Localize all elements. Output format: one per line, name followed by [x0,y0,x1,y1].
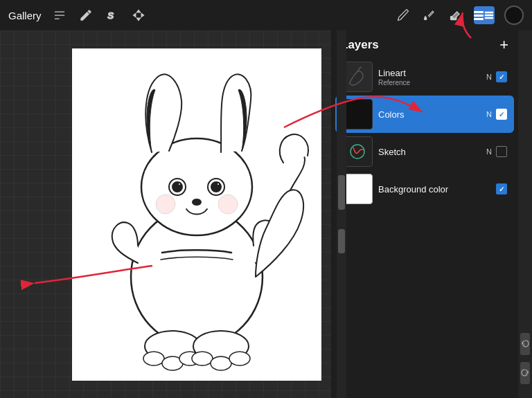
layer-background[interactable]: Background color [335,170,514,208]
svg-rect-3 [485,15,493,17]
layer-sketch[interactable]: Sketch N [335,133,514,170]
pen-icon[interactable] [395,7,411,24]
layer-sketch-name: Sketch [378,147,481,157]
layer-lineart[interactable]: Lineart Reference N [335,58,514,96]
layer-lineart-name: Lineart [378,68,481,78]
top-toolbar: Gallery S [0,0,532,30]
edge-tools [518,30,532,398]
layers-title: Layers [341,38,379,52]
layers-header: Layers + [331,30,518,58]
layer-sketch-info: Sketch [373,147,486,157]
layers-button[interactable] [474,6,495,24]
edge-sliders [337,30,346,398]
gallery-button[interactable]: Gallery [8,10,42,21]
layer-background-name: Background color [378,184,486,195]
layer-sketch-thumb [342,136,373,167]
layer-lineart-sub: Reference [378,79,481,87]
layer-colors-thumb [342,99,373,129]
svg-point-9 [178,183,181,186]
layer-lineart-thumb [342,62,373,92]
layers-panel: Layers + Lineart Reference N Colors N [331,30,518,398]
slider-bottom[interactable] [338,229,345,253]
svg-point-13 [193,199,201,205]
redo-button[interactable] [520,362,530,384]
eraser-icon[interactable] [447,7,464,24]
svg-rect-2 [485,12,493,14]
layer-colors-mode: N [486,110,492,118]
layer-colors-checkbox[interactable] [496,109,507,120]
add-layer-button[interactable]: + [499,37,508,53]
undo-button[interactable] [520,333,530,355]
layer-lineart-checkbox[interactable] [496,71,507,82]
layer-lineart-mode: N [486,73,492,81]
svg-text:S: S [107,10,114,21]
svg-point-23 [229,352,250,365]
layer-sketch-mode: N [486,147,492,156]
svg-rect-4 [485,17,493,19]
layer-lineart-info: Lineart Reference [373,68,486,87]
modify-icon[interactable] [51,7,68,24]
svg-point-25 [351,145,364,159]
toolbar-left: Gallery S [8,7,147,24]
svg-point-6 [141,138,252,235]
svg-point-15 [218,195,238,214]
toolbar-right [395,6,524,25]
color-swatch[interactable] [504,6,524,25]
layer-background-thumb [342,174,373,204]
layer-sketch-checkbox[interactable] [496,146,507,157]
layer-colors[interactable]: Colors N [335,96,514,133]
svg-point-21 [192,352,213,365]
paint-icon[interactable] [78,7,94,24]
canvas-paper [72,48,321,381]
slider-top[interactable] [338,175,345,210]
svg-point-22 [211,356,231,370]
move-icon[interactable] [130,7,147,24]
svg-point-17 [143,352,164,365]
layer-colors-name: Colors [378,109,481,120]
svg-point-12 [217,183,220,186]
svg-point-14 [156,195,175,214]
smudge-icon[interactable]: S [104,7,121,24]
brush-icon[interactable] [421,7,438,24]
layer-colors-info: Colors [373,109,486,120]
layer-background-info: Background color [373,184,492,195]
layer-background-checkbox[interactable] [496,183,507,195]
